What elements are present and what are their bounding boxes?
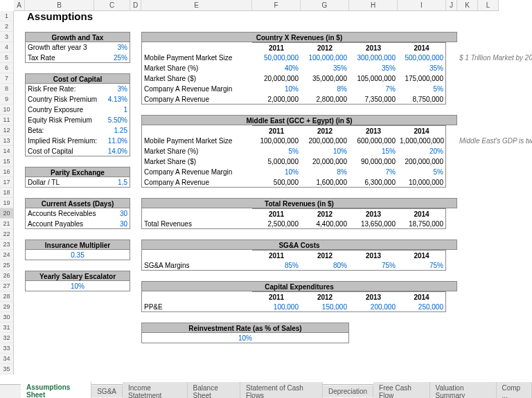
data-cell[interactable]: 2,000,000 (252, 94, 301, 105)
data-cell[interactable]: 250,000 (398, 302, 446, 312)
year-header[interactable]: 2013 (349, 291, 398, 302)
row-29[interactable]: 29 (0, 302, 13, 312)
sheet-tab[interactable]: SG&A (91, 386, 123, 397)
row-13[interactable]: 13 (0, 136, 13, 146)
row-label[interactable]: Mobile Payment Market Size (141, 53, 252, 63)
data-cell[interactable]: 100,000,000 (252, 136, 301, 146)
data-cell[interactable]: 4,400,000 (301, 219, 349, 229)
value[interactable]: 10% (141, 333, 349, 343)
row-label[interactable]: Company A Revenue (141, 177, 252, 188)
year-header[interactable]: 2013 (349, 250, 398, 260)
value[interactable]: 11.0% (94, 136, 130, 146)
section-header[interactable]: Reinvestment Rate (as % of Sales) (141, 323, 349, 333)
row-31[interactable]: 31 (0, 323, 13, 333)
year-header[interactable]: 2012 (301, 208, 349, 219)
year-header[interactable]: 2014 (398, 42, 446, 53)
data-cell[interactable]: 10% (301, 146, 349, 156)
row-5[interactable]: 5 (0, 53, 13, 63)
row-32[interactable]: 32 (0, 333, 13, 343)
row-18[interactable]: 18 (0, 188, 13, 198)
col-H[interactable]: H (349, 0, 398, 10)
col-L[interactable]: L (478, 0, 499, 10)
data-cell[interactable]: 8% (301, 84, 349, 94)
data-cell[interactable]: 35,000,000 (301, 73, 349, 84)
row-label[interactable]: Market Share ($) (141, 73, 252, 84)
row-15[interactable]: 15 (0, 156, 13, 167)
sheet-tab[interactable]: Comp ... (497, 382, 533, 399)
row-22[interactable]: 22 (0, 229, 13, 239)
data-cell[interactable]: 5% (398, 84, 446, 94)
section-header[interactable]: Parity Exchange (25, 167, 130, 177)
year-header[interactable]: 2014 (398, 125, 446, 136)
row-25[interactable]: 25 (0, 260, 13, 271)
label[interactable]: Cost of Capital (25, 146, 94, 156)
value[interactable]: 1 (94, 105, 130, 115)
year-header[interactable]: 2011 (252, 125, 301, 136)
label[interactable]: Growth after year 3 (25, 42, 94, 53)
data-cell[interactable]: 7% (349, 167, 398, 177)
row-10[interactable]: 10 (0, 105, 13, 115)
data-cell[interactable]: 8% (301, 167, 349, 177)
label[interactable]: Tax Rate (25, 53, 94, 63)
section-header[interactable]: Middle East (GCC + Egypt) (in $) (141, 115, 457, 125)
note[interactable]: $ 1 Trillion Market by 2014 a (457, 53, 532, 63)
label[interactable]: Country Exposure (25, 105, 94, 115)
sheet-tab[interactable]: Income Statetment (123, 382, 188, 399)
data-cell[interactable]: 80% (301, 260, 349, 271)
row-label[interactable]: Company A Revenue Margin (141, 167, 252, 177)
row-23[interactable]: 23 (0, 239, 13, 250)
row-1[interactable]: 1 (0, 11, 13, 21)
col-E[interactable]: E (141, 0, 252, 10)
label[interactable]: Equity Risk Premium (25, 115, 94, 125)
row-11[interactable]: 11 (0, 115, 13, 125)
data-cell[interactable]: 2,800,000 (301, 94, 349, 105)
row-8[interactable]: 8 (0, 84, 13, 94)
value[interactable]: 1.5 (94, 177, 130, 188)
row-label[interactable]: SG&A Margins (141, 260, 252, 271)
label[interactable]: Implied Risk Premium: (25, 136, 94, 146)
year-header[interactable]: 2013 (349, 125, 398, 136)
data-cell[interactable]: 10% (252, 84, 301, 94)
data-cell[interactable]: 2,500,000 (252, 219, 301, 229)
year-header[interactable]: 2012 (301, 42, 349, 53)
value[interactable]: 14.0% (94, 146, 130, 156)
value[interactable]: 30 (94, 208, 130, 219)
value[interactable]: 30 (94, 219, 130, 229)
sheet-tab[interactable]: Depreciation (323, 386, 373, 397)
row-label[interactable]: PP&E (141, 302, 252, 312)
row-label[interactable]: Market Share ($) (141, 156, 252, 167)
data-cell[interactable]: 200,000,000 (398, 156, 446, 167)
row-33[interactable]: 33 (0, 343, 13, 354)
sheet-tab[interactable]: Free Cash Flow (373, 382, 429, 399)
data-cell[interactable]: 1,000,000,000 (398, 136, 446, 146)
label[interactable]: Dollar / TL (25, 177, 94, 188)
value[interactable]: 1.25 (94, 125, 130, 136)
row-label[interactable]: Mobile Payment Market Size (141, 136, 252, 146)
col-B[interactable]: B (25, 0, 94, 10)
row-35[interactable]: 35 (0, 364, 13, 374)
col-D[interactable]: D (130, 0, 141, 10)
data-cell[interactable]: 40% (252, 63, 301, 73)
value[interactable]: 0.35 (25, 250, 130, 260)
year-header[interactable]: 2012 (301, 125, 349, 136)
value[interactable]: 4.13% (94, 94, 130, 105)
section-header[interactable]: Capital Expenditures (141, 281, 457, 291)
label[interactable]: Risk Free Rate: (25, 84, 94, 94)
note[interactable]: Middle East's GDP is twice th (457, 136, 532, 146)
data-cell[interactable]: 18,750,000 (398, 219, 446, 229)
data-cell[interactable]: 20,000,000 (301, 156, 349, 167)
year-header[interactable]: 2013 (349, 42, 398, 53)
label[interactable]: Account Payables (25, 219, 94, 229)
row-34[interactable]: 34 (0, 354, 13, 364)
sheet-tab[interactable]: Valuation Summary (430, 382, 497, 399)
row-24[interactable]: 24 (0, 250, 13, 260)
data-cell[interactable]: 20,000,000 (252, 73, 301, 84)
sheet-tab[interactable]: Balance Sheet (188, 382, 240, 399)
row-14[interactable]: 14 (0, 146, 13, 156)
data-cell[interactable]: 105,000,000 (349, 73, 398, 84)
col-K[interactable]: K (457, 0, 478, 10)
data-cell[interactable]: 75% (349, 260, 398, 271)
data-cell[interactable]: 600,000,000 (349, 136, 398, 146)
data-cell[interactable]: 150,000 (301, 302, 349, 312)
section-header[interactable]: SG&A Costs (141, 239, 457, 250)
